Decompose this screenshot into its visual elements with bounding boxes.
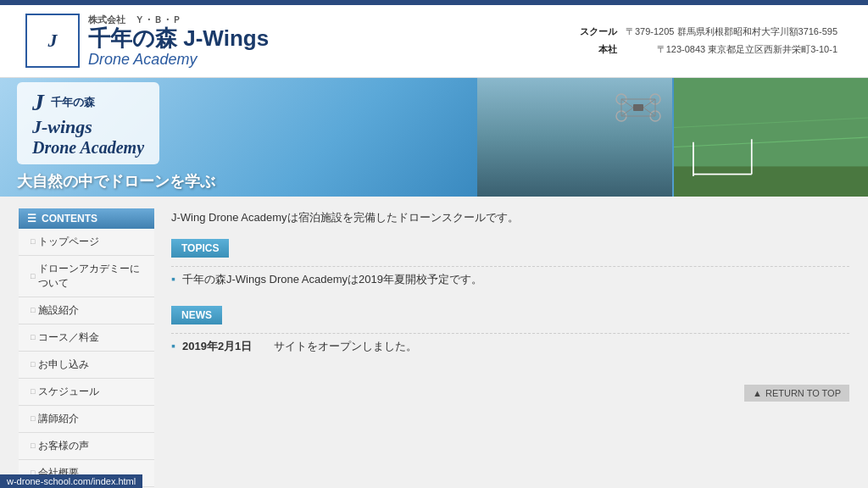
- sidebar-nav-item[interactable]: ドローンアカデミーについて: [19, 256, 154, 297]
- school-label: スクール: [576, 24, 620, 41]
- sidebar-nav-item[interactable]: スケジュール: [19, 379, 154, 406]
- header-address: スクール 〒379-1205 群馬県利根郡昭和村大字川額3716-595 本社 …: [575, 22, 843, 61]
- sidebar-nav-item[interactable]: コース／料金: [19, 324, 154, 352]
- news-header: NEWS: [171, 306, 222, 324]
- url-label: w-drone-school.com/index.html: [7, 476, 136, 486]
- logo-j-letter: J: [48, 30, 58, 52]
- sidebar-nav-item[interactable]: お申し込み: [19, 352, 154, 379]
- main-inner: ☰ CONTENTS トップページドローンアカデミーについて施設紹介コース／料金…: [19, 208, 849, 488]
- svg-rect-14: [674, 166, 868, 197]
- banner-photo-field: [674, 78, 868, 197]
- content-intro: J-Wing Drone Academyは宿泊施設を完備したドローンスクールです…: [171, 208, 849, 227]
- banner-right: [477, 78, 868, 197]
- news-section: NEWS ▪2019年2月1日サイトをオープンしました。: [171, 306, 849, 359]
- banner-title3: Drone Academy: [32, 138, 144, 158]
- sidebar-nav-item[interactable]: 施設紹介: [19, 297, 154, 324]
- news-date: 2019年2月1日: [182, 339, 267, 354]
- news-item: ▪2019年2月1日サイトをオープンしました。: [171, 333, 849, 359]
- news-list: ▪2019年2月1日サイトをオープンしました。: [171, 333, 849, 359]
- svg-rect-8: [633, 104, 643, 111]
- return-to-top-arrow: ▲: [753, 388, 762, 398]
- contents-header: ☰ CONTENTS: [19, 208, 154, 229]
- topics-text: 千年の森J-Wings Drone Academyは2019年夏開校予定です。: [182, 272, 482, 287]
- news-text: サイトをオープンしました。: [274, 339, 417, 354]
- sidebar-nav: トップページドローンアカデミーについて施設紹介コース／料金お申し込みスケジュール…: [19, 229, 154, 488]
- banner-logo-area: J 千年の森 J-wings Drone Academy: [17, 82, 159, 164]
- topics-icon: ▪: [171, 272, 175, 286]
- banner: J 千年の森 J-wings Drone Academy 大自然の中でドローンを…: [0, 78, 868, 197]
- topics-header: TOPICS: [171, 239, 229, 258]
- contents-label: CONTENTS: [42, 213, 97, 225]
- main-wrapper: ☰ CONTENTS トップページドローンアカデミーについて施設紹介コース／料金…: [0, 197, 868, 488]
- logo-sub-text: Drone Academy: [88, 51, 269, 69]
- school-address: 〒379-1205 群馬県利根郡昭和村大字川額3716-595: [622, 24, 841, 41]
- news-icon: ▪: [171, 339, 175, 352]
- banner-left: J 千年の森 J-wings Drone Academy 大自然の中でドローンを…: [0, 78, 477, 197]
- logo-main-text: 千年の森 J-Wings: [88, 26, 269, 51]
- company-name: 株式会社 Ｙ・Ｂ・Ｐ: [88, 14, 269, 26]
- office-address: 〒123-0843 東京都足立区西新井栄町3-10-1: [622, 42, 841, 58]
- banner-j-icon: J: [32, 89, 44, 116]
- office-label: 本社: [576, 42, 620, 58]
- banner-photo-sky: [477, 78, 671, 197]
- topics-list: ▪千年の森J-Wings Drone Academyは2019年夏開校予定です。: [171, 266, 849, 292]
- content-area: J-Wing Drone Academyは宿泊施設を完備したドローンスクールです…: [154, 208, 849, 488]
- sidebar-nav-item[interactable]: トップページ: [19, 229, 154, 256]
- sidebar-nav-item[interactable]: お客様の声: [19, 433, 154, 460]
- header-logo: J 株式会社 Ｙ・Ｂ・Ｐ 千年の森 J-Wings Drone Academy: [25, 14, 269, 69]
- contents-icon: ☰: [27, 213, 36, 225]
- sidebar: ☰ CONTENTS トップページドローンアカデミーについて施設紹介コース／料金…: [19, 208, 154, 488]
- logo-badge: J: [25, 14, 80, 68]
- topics-item: ▪千年の森J-Wings Drone Academyは2019年夏開校予定です。: [171, 266, 849, 292]
- drone-icon: [613, 91, 664, 125]
- return-to-top-label: RETURN TO TOP: [765, 388, 841, 398]
- banner-tagline: 大自然の中でドローンを学ぶ: [17, 171, 215, 191]
- banner-title1: 千年の森: [51, 95, 95, 110]
- banner-logo-top: J 千年の森: [32, 89, 95, 116]
- logo-text: 株式会社 Ｙ・Ｂ・Ｐ 千年の森 J-Wings Drone Academy: [88, 14, 269, 69]
- status-bar: w-drone-school.com/index.html: [0, 474, 142, 488]
- sidebar-nav-item[interactable]: 講師紹介: [19, 406, 154, 433]
- banner-title2: J-wings: [32, 116, 92, 138]
- return-to-top-button[interactable]: ▲ RETURN TO TOP: [744, 385, 849, 402]
- return-to-top-area: ▲ RETURN TO TOP: [171, 376, 849, 402]
- header: J 株式会社 Ｙ・Ｂ・Ｐ 千年の森 J-Wings Drone Academy …: [0, 5, 868, 78]
